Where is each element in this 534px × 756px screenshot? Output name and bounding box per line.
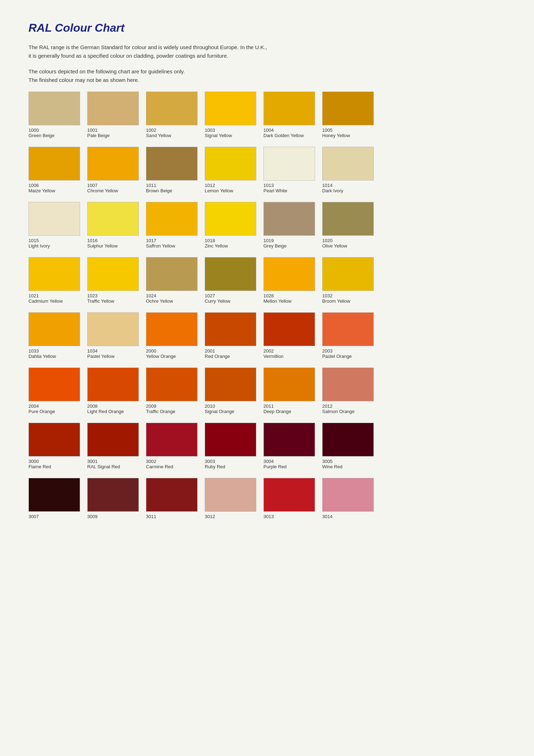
color-code: 1034 (87, 348, 142, 354)
color-name: Pale Beige (87, 133, 142, 138)
color-item: 1016Sulphur Yellow (87, 202, 142, 249)
color-item: 1027Curry Yellow (205, 257, 260, 304)
color-code: 1005 (322, 127, 377, 133)
color-code: 2000 (146, 348, 201, 354)
color-code: 1016 (87, 238, 142, 243)
color-swatch (146, 478, 198, 512)
color-item: 1006Maize Yellow (28, 147, 84, 193)
color-name: Signal Orange (205, 409, 260, 414)
color-name: Lemon Yellow (205, 188, 260, 193)
color-name: Sand Yellow (146, 133, 201, 138)
color-code: 2009 (146, 403, 201, 409)
color-item: 3003Ruby Red (205, 423, 260, 469)
color-name: Vermillion (263, 354, 319, 359)
color-item: 1005Honey Yellow (322, 92, 377, 138)
color-item: 1015Light Ivory (28, 202, 84, 249)
color-swatch (146, 257, 198, 291)
color-item: 1024Ochre Yellow (146, 257, 201, 304)
color-code: 2010 (205, 403, 260, 409)
color-name: Salmon Orange (322, 409, 377, 414)
color-item: 1004Dark Golden Yellow (263, 92, 319, 138)
color-name: Dark Golden Yellow (263, 133, 319, 138)
color-code: 2002 (263, 348, 319, 354)
color-swatch (28, 312, 80, 346)
color-code: 1006 (28, 183, 84, 188)
color-code: 3013 (263, 514, 319, 519)
color-code: 2003 (322, 348, 377, 354)
color-name: Pearl White (263, 188, 319, 193)
color-name: Carmine Red (146, 464, 201, 469)
color-code: 1014 (322, 183, 377, 188)
color-item: 3011 (146, 478, 201, 519)
color-swatch (263, 92, 315, 125)
color-item: 1021Cadmium Yellow (28, 257, 84, 304)
color-swatch (87, 202, 139, 236)
color-item: 1019Grey Beige (263, 202, 319, 249)
color-swatch (28, 423, 80, 457)
color-name: Pastel Yellow (87, 354, 142, 359)
color-code: 1021 (28, 293, 84, 298)
color-code: 1028 (263, 293, 319, 298)
color-name: Dark Ivory (322, 188, 377, 193)
color-item: 1012Lemon Yellow (205, 147, 260, 193)
color-item: 1002Sand Yellow (146, 92, 201, 138)
color-name: Red Orange (205, 354, 260, 359)
color-item: 2009Traffic Orange (146, 367, 201, 414)
color-name: Light Ivory (28, 243, 84, 249)
color-swatch (205, 92, 256, 125)
color-item: 1000Green Beige (28, 92, 84, 138)
color-swatch (87, 147, 139, 181)
color-grid: 1000Green Beige1001Pale Beige1002Sand Ye… (28, 92, 506, 528)
color-swatch (87, 312, 139, 346)
color-code: 1004 (263, 127, 319, 133)
color-code: 2012 (322, 403, 377, 409)
color-code: 1032 (322, 293, 377, 298)
color-name: Pure Orange (28, 409, 84, 414)
color-item: 2010Signal Orange (205, 367, 260, 414)
color-code: 1018 (205, 238, 260, 243)
color-swatch (87, 478, 139, 512)
page-title: RAL Colour Chart (28, 21, 506, 35)
color-swatch (28, 147, 80, 181)
color-item: 1032Broom Yellow (322, 257, 377, 304)
color-swatch (263, 202, 315, 236)
color-name: Yellow Orange (146, 354, 201, 359)
color-item: 2012Salmon Orange (322, 367, 377, 414)
color-code: 1012 (205, 183, 260, 188)
color-name: Signal Yellow (205, 133, 260, 138)
color-swatch (28, 478, 80, 512)
color-name: Brown Beige (146, 188, 201, 193)
color-code: 1015 (28, 238, 84, 243)
color-swatch (322, 92, 374, 125)
color-item: 1003Signal Yellow (205, 92, 260, 138)
color-item: 3000Flame Red (28, 423, 84, 469)
color-swatch (146, 92, 198, 125)
color-code: 3004 (263, 459, 319, 464)
color-swatch (205, 202, 256, 236)
color-code: 1023 (87, 293, 142, 298)
color-swatch (322, 423, 374, 457)
color-item: 1028Mellon Yellow (263, 257, 319, 304)
color-swatch (146, 312, 198, 346)
color-name: Grey Beige (263, 243, 319, 249)
color-item: 3013 (263, 478, 319, 519)
color-name: Zinc Yellow (205, 243, 260, 249)
color-name: Mellon Yellow (263, 298, 319, 304)
color-item: 2000Yellow Orange (146, 312, 201, 359)
color-code: 1000 (28, 127, 84, 133)
color-code: 1027 (205, 293, 260, 298)
color-item: 1018Zinc Yellow (205, 202, 260, 249)
color-swatch (263, 147, 315, 181)
color-code: 1001 (87, 127, 142, 133)
color-swatch (87, 423, 139, 457)
color-swatch (322, 202, 374, 236)
color-code: 2004 (28, 403, 84, 409)
color-code: 2001 (205, 348, 260, 354)
color-code: 1003 (205, 127, 260, 133)
color-item: 3004Purple Red (263, 423, 319, 469)
color-code: 2008 (87, 403, 142, 409)
color-swatch (322, 312, 374, 346)
color-name: Flame Red (28, 464, 84, 469)
color-code: 1024 (146, 293, 201, 298)
color-swatch (205, 367, 256, 401)
